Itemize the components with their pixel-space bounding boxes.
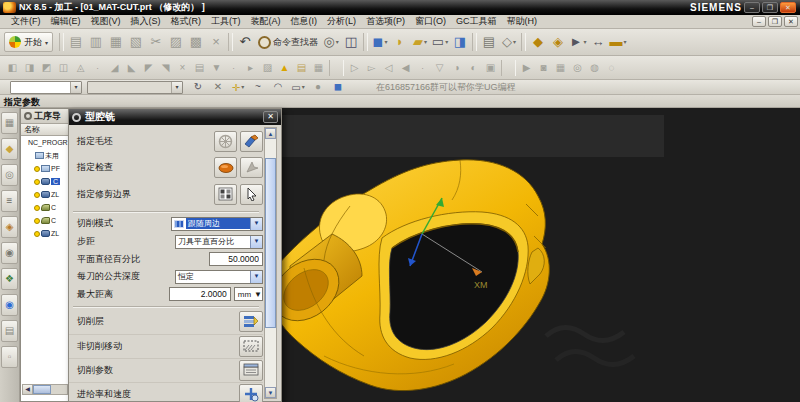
create-tool-icon[interactable]: ◨ [22,60,37,76]
geometry-navigator-icon[interactable]: ◎ [1,164,18,186]
measure-icon[interactable]: ↔ [589,32,607,52]
horizontal-scrollbar[interactable]: ◀ [22,384,68,395]
snap-point-icon[interactable]: ✛ [229,80,247,94]
cut-levels-button[interactable] [239,311,263,332]
cut-mode-dropdown[interactable]: 跟随周边 ▼ [171,217,263,231]
tree-row[interactable]: C [21,201,69,214]
simulate-toolpath-icon[interactable]: ◥ [158,60,173,76]
scroll-down-icon[interactable]: ▼ [265,387,276,398]
list-toolpath-icon[interactable]: ▤ [192,60,207,76]
command-finder-button[interactable]: 命令查找器 [258,36,318,49]
warning-icon[interactable]: ▲ [277,60,292,76]
ruler-icon[interactable]: ▬ [609,32,627,52]
menu-item[interactable]: 文件(F) [6,16,46,26]
doc-minimize-button[interactable]: – [752,16,766,27]
rectangle-icon[interactable]: ▭ [289,80,307,94]
operation-navigator-icon[interactable]: ▦ [1,112,18,134]
tree-row[interactable]: ZL [21,188,69,201]
generate-toolpath-icon[interactable]: ◢ [107,60,122,76]
menu-item[interactable]: GC工具箱 [451,16,502,26]
touch-mode-icon[interactable]: ◎ [322,32,340,52]
common-depth-dropdown[interactable]: 恒定 ▼ [175,270,263,284]
non-cutting-moves-button[interactable] [239,336,263,357]
trim-boundary-button[interactable] [214,184,237,205]
menu-item[interactable]: 视图(V) [86,16,126,26]
menu-item[interactable]: 插入(S) [126,16,166,26]
broken-link-icon[interactable]: ◈ [549,32,567,52]
machine-tool-navigator-icon[interactable]: ◆ [1,138,18,160]
new-file-icon[interactable]: ▤ [67,32,85,52]
tree-row[interactable]: 未用 [21,149,69,162]
spline-icon[interactable]: ~ [249,80,267,94]
paste-icon[interactable]: ▩ [187,32,205,52]
blank-geometry-button[interactable] [214,131,237,152]
max-distance-input[interactable] [169,287,231,301]
worksheet-icon[interactable]: ▤ [294,60,309,76]
scrollbar-thumb[interactable] [33,385,51,394]
tree-row[interactable]: ZL [21,227,69,240]
fit-view-icon[interactable]: ✕ [209,80,227,94]
refresh-icon[interactable]: ↻ [189,80,207,94]
dependency-tree-icon[interactable]: ◇ [500,32,518,52]
dialog-title-bar[interactable]: 型腔铣 ✕ [69,109,281,125]
chat-icon[interactable]: ◗ [391,32,409,52]
split-view-icon[interactable]: ◨ [451,32,469,52]
tree-row[interactable]: PF [21,162,69,175]
window-layout-icon[interactable]: ◫ [342,32,360,52]
grid-icon[interactable]: ▦ [553,60,568,76]
select-blank-button[interactable] [240,131,263,152]
flag-icon[interactable]: ▶ [519,60,534,76]
scroll-left-icon[interactable]: ◀ [23,385,33,394]
tree-row[interactable]: NC_PROGR [21,136,69,149]
tree-row[interactable]: C [21,214,69,227]
menu-item[interactable]: 装配(A) [246,16,286,26]
display-window-icon[interactable]: ▭ [431,32,449,52]
cut-icon[interactable]: ✂ [147,32,165,52]
layer-move-icon[interactable]: ◌ [604,60,619,76]
menu-item[interactable]: 编辑(E) [46,16,86,26]
select-check-button[interactable] [240,157,263,178]
graphics-viewport[interactable]: XM [222,108,800,402]
history-icon[interactable]: ▤ [1,320,18,342]
minimize-button[interactable]: – [744,2,760,13]
play-icon[interactable]: ► [569,32,587,52]
layer-copy-icon[interactable]: ◍ [587,60,602,76]
open-file-icon[interactable]: ▥ [87,32,105,52]
constraint-navigator-icon[interactable]: ◉ [1,242,18,264]
stepover-dropdown[interactable]: 刀具平直百分比 ▼ [175,235,263,249]
workpiece-icon[interactable]: ◑ [449,60,464,76]
boundary-icon[interactable]: ◁ [381,60,396,76]
tool-axis-icon[interactable]: ▻ [364,60,379,76]
link-icon[interactable]: ◆ [529,32,547,52]
delete-icon[interactable]: × [207,32,225,52]
column-header[interactable]: 名称 [21,124,69,136]
balance-icon[interactable]: ▦ [311,60,326,76]
tree-row[interactable]: C [21,175,69,188]
program-navigator-icon[interactable]: ≡ [1,190,18,212]
note-icon[interactable]: ◙ [536,60,551,76]
create-geometry-icon[interactable]: ◩ [39,60,54,76]
navigator-header[interactable]: 工序导 [21,109,69,124]
feeds-speeds-button[interactable] [239,384,263,402]
palette-icon[interactable]: ❖ [1,268,18,290]
arc-icon[interactable]: ◠ [269,80,287,94]
select-trim-button[interactable] [240,184,263,205]
restore-button[interactable]: ❐ [762,2,778,13]
verify-toolpath-icon[interactable]: ◤ [141,60,156,76]
cutting-parameters-button[interactable] [239,360,263,381]
start-menu-button[interactable]: 开始▾ [4,32,53,52]
dialog-scrollbar[interactable]: ▲ ▼ [264,127,277,399]
create-method-icon[interactable]: ◫ [56,60,71,76]
unit-dropdown[interactable]: mm ▼ [234,287,263,301]
menu-item[interactable]: 分析(L) [322,16,361,26]
copy-icon[interactable]: ▨ [167,32,185,52]
internet-icon[interactable]: ◉ [1,294,18,316]
assembly-navigator-icon[interactable]: ◈ [1,216,18,238]
open-folder-icon[interactable]: ▰ [411,32,429,52]
machine-sim-icon[interactable]: ▼ [209,60,224,76]
dot-separator[interactable] [226,60,241,76]
dialog-close-button[interactable]: ✕ [263,111,278,123]
delete-toolpath-icon[interactable]: × [175,60,190,76]
blank-icon[interactable]: ▣ [483,60,498,76]
catalog-icon[interactable]: ▤ [480,32,498,52]
